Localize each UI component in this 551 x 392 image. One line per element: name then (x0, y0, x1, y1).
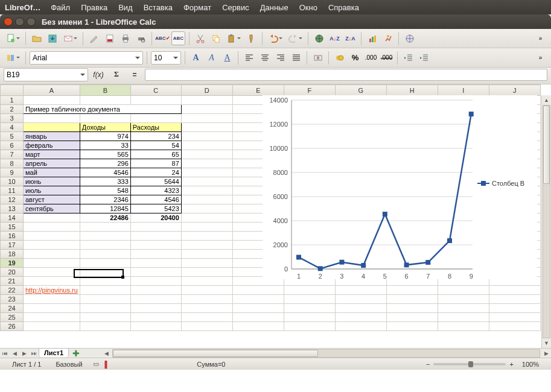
row-header-1[interactable]: 1 (1, 96, 24, 105)
cell[interactable] (181, 322, 232, 331)
align-center-button[interactable] (258, 51, 272, 65)
cell[interactable] (24, 250, 80, 259)
cell[interactable] (181, 204, 232, 213)
cell[interactable] (284, 304, 335, 313)
cell[interactable] (181, 195, 232, 204)
cell[interactable]: http://pingvinus.ru (24, 286, 80, 295)
spellcheck-button[interactable]: ABC✔ (156, 31, 170, 45)
menu-format[interactable]: Формат (178, 3, 217, 12)
cell[interactable]: 5644 (130, 177, 181, 186)
cell[interactable]: июнь (24, 177, 80, 186)
paste-button[interactable] (225, 31, 238, 45)
cell[interactable] (130, 250, 181, 259)
cell[interactable] (24, 259, 80, 268)
menu-insert[interactable]: Вставка (138, 3, 178, 12)
cell[interactable] (386, 304, 438, 313)
vertical-scrollbar[interactable]: ▲ ▼ (541, 95, 551, 348)
row-header-25[interactable]: 25 (1, 313, 24, 322)
cell[interactable] (232, 295, 284, 304)
cell[interactable] (24, 277, 80, 286)
cell[interactable]: март (24, 150, 80, 159)
cell[interactable] (130, 96, 181, 105)
row-header-20[interactable]: 20 (1, 268, 24, 277)
cell[interactable] (489, 322, 540, 331)
open-button[interactable] (30, 31, 43, 45)
add-sheet-button[interactable]: ✚ (69, 349, 83, 358)
cell[interactable] (80, 277, 130, 286)
cell[interactable] (24, 304, 80, 313)
format-paintbrush-button[interactable] (244, 31, 258, 45)
cell[interactable] (130, 322, 181, 331)
cell[interactable] (386, 295, 438, 304)
cell[interactable] (181, 168, 232, 177)
cell[interactable] (80, 114, 130, 123)
undo-button[interactable] (266, 31, 280, 45)
cell[interactable] (386, 286, 438, 295)
cell[interactable] (181, 141, 232, 150)
row-header-2[interactable]: 2 (1, 105, 24, 114)
row-header-15[interactable]: 15 (1, 223, 24, 232)
row-header-13[interactable]: 13 (1, 204, 24, 213)
col-header-C[interactable]: C (130, 85, 181, 96)
remove-decimal-button[interactable]: .000 (380, 51, 393, 65)
zoom-level[interactable]: 100% (522, 361, 539, 368)
cell[interactable] (24, 295, 80, 304)
cell[interactable] (181, 223, 232, 232)
align-justify-button[interactable] (289, 51, 303, 65)
select-all-corner[interactable] (1, 85, 24, 96)
cell[interactable] (284, 313, 335, 322)
cell[interactable] (181, 123, 232, 132)
cell[interactable] (24, 96, 80, 105)
menu-file[interactable]: Файл (45, 3, 75, 12)
scroll-right-button[interactable]: ▶ (541, 349, 551, 358)
cell[interactable]: 548 (80, 186, 130, 195)
chart-object[interactable]: 0200040006000800010000120001400012345678… (263, 95, 537, 279)
new-doc-button[interactable] (4, 31, 18, 45)
cell[interactable] (130, 295, 181, 304)
export-pdf-button[interactable] (103, 31, 116, 45)
cell[interactable]: 22486 (80, 213, 130, 223)
auto-spellcheck-button[interactable]: ABC (171, 31, 185, 45)
cell[interactable] (130, 259, 181, 268)
cell[interactable] (181, 232, 232, 241)
sheet-tab-1[interactable]: Лист1 (39, 348, 69, 357)
cell[interactable] (80, 304, 130, 313)
cell[interactable] (232, 286, 284, 295)
font-size-input[interactable] (154, 54, 171, 62)
cell[interactable] (232, 313, 284, 322)
cell[interactable] (80, 322, 130, 331)
cell[interactable] (284, 295, 335, 304)
cell[interactable] (181, 186, 232, 195)
cell[interactable]: 296 (80, 159, 130, 168)
row-header-11[interactable]: 11 (1, 186, 24, 195)
window-close-button[interactable] (4, 17, 13, 26)
chart-button[interactable] (365, 31, 379, 45)
sort-desc-button[interactable]: Z↓A (343, 31, 357, 45)
row-header-9[interactable]: 9 (1, 168, 24, 177)
cell[interactable] (130, 304, 181, 313)
cell-reference-input[interactable] (7, 71, 78, 79)
cell[interactable] (181, 277, 232, 286)
show-draw-functions-button[interactable] (381, 31, 395, 45)
cell[interactable] (489, 313, 540, 322)
col-header-H[interactable]: H (386, 85, 438, 96)
cell[interactable] (181, 259, 232, 268)
cell[interactable]: январь (24, 132, 80, 141)
cell[interactable] (181, 132, 232, 141)
cell[interactable] (438, 304, 489, 313)
cell[interactable] (284, 286, 335, 295)
cell[interactable] (130, 223, 181, 232)
cell[interactable] (335, 295, 386, 304)
cell[interactable]: 333 (80, 177, 130, 186)
cell[interactable] (181, 295, 232, 304)
cell[interactable]: август (24, 195, 80, 204)
cell[interactable] (80, 232, 130, 241)
row-header-23[interactable]: 23 (1, 295, 24, 304)
cell[interactable] (438, 313, 489, 322)
col-header-G[interactable]: G (335, 85, 386, 96)
redo-button[interactable] (286, 31, 300, 45)
cell[interactable] (335, 304, 386, 313)
cell[interactable] (284, 322, 335, 331)
cell[interactable] (130, 277, 181, 286)
cell[interactable] (80, 295, 130, 304)
